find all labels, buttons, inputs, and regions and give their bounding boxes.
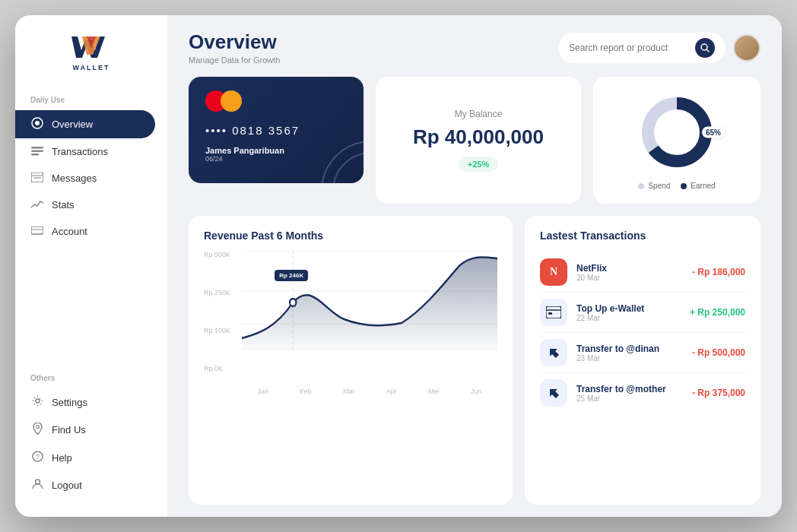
y-label-100k: Rp 100K [204, 327, 230, 334]
search-bar [558, 33, 726, 63]
transactions-title: Lastest Transactions [540, 230, 745, 242]
donut-percentage: 65% [702, 127, 725, 138]
overview-label: Overview [52, 119, 93, 130]
dinan-date: 23 Mar [576, 354, 683, 363]
spend-dot [638, 183, 644, 189]
svg-line-19 [707, 49, 709, 52]
y-label-250k: Rp 250K [204, 289, 230, 296]
transaction-item-topup: Top Up e-Wallet 22 Mar + Rp 250,000 [540, 293, 745, 333]
transactions-icon [30, 145, 44, 158]
bottom-section: Revenue Past 6 Months Rp 500K Rp 250K Rp… [189, 216, 760, 505]
mother-amount: - Rp 375,000 [692, 388, 745, 398]
main-area: Overview Manage Data for Growth [167, 15, 782, 517]
logo: WALLET [15, 33, 167, 71]
netflix-date: 20 Mar [576, 274, 683, 282]
avatar[interactable] [733, 34, 760, 62]
svg-rect-30 [546, 306, 561, 318]
search-button[interactable] [695, 38, 715, 58]
nav-logout[interactable]: Logout [15, 471, 155, 499]
legend-spend: Spend [638, 182, 670, 190]
svg-point-17 [35, 480, 40, 484]
avatar-image [735, 36, 759, 60]
overview-icon [30, 117, 44, 131]
donut-card: 65% Spend Earned [593, 77, 760, 204]
mc-yellow-circle [221, 90, 242, 112]
transactions-card: Lastest Transactions N NetFlix 20 Mar - … [525, 216, 760, 505]
page-subtitle: Manage Data for Growth [189, 55, 558, 65]
mother-icon [540, 379, 567, 407]
donut-legend: Spend Earned [638, 182, 715, 190]
netflix-name: NetFlix [576, 263, 683, 274]
dinan-icon [540, 339, 567, 366]
chart-title: Revenue Past 6 Months [204, 230, 497, 242]
svg-point-14 [36, 426, 39, 429]
nav-help[interactable]: ? Help [15, 444, 155, 471]
settings-label: Settings [52, 397, 87, 408]
nav-stats[interactable]: Stats [15, 192, 155, 218]
nav-transactions[interactable]: Transactions [15, 138, 155, 165]
nav-overview[interactable]: Overview [15, 110, 155, 138]
nav-settings[interactable]: Settings [15, 388, 155, 416]
content-area: •••• 0818 3567 James Pangaribuan 06/24 M… [167, 74, 782, 517]
topup-icon [540, 299, 567, 326]
chart-tooltip: Rp 246K [275, 270, 308, 281]
mastercard-logos [205, 90, 347, 112]
logout-icon [30, 478, 44, 492]
dinan-amount: - Rp 500,000 [692, 347, 745, 358]
x-label-jun: Jun [471, 388, 482, 395]
netflix-info: NetFlix 20 Mar [576, 263, 683, 282]
svg-point-29 [290, 299, 296, 306]
mother-date: 25 Mar [576, 394, 683, 403]
y-label-500k: Rp 500K [204, 251, 230, 258]
section-daily-label: Daily Use [15, 96, 167, 104]
sidebar: WALLET Daily Use Overview Transactions M… [15, 15, 167, 517]
header-title-block: Overview Manage Data for Growth [189, 30, 558, 65]
nav-messages[interactable]: Messages [15, 165, 155, 192]
mother-name: Transfer to @mother [576, 384, 683, 394]
x-label-mei: Mei [428, 388, 440, 395]
chart-area: Rp 500K Rp 250K Rp 100K Rp 0K [204, 251, 497, 395]
header: Overview Manage Data for Growth [167, 15, 782, 74]
balance-badge: +25% [459, 157, 498, 172]
help-icon: ? [30, 451, 44, 464]
app-container: WALLET Daily Use Overview Transactions M… [15, 15, 782, 517]
nav-account[interactable]: Account [15, 218, 155, 245]
svg-point-4 [35, 121, 40, 125]
svg-point-13 [36, 399, 40, 403]
messages-icon [30, 172, 44, 185]
x-label-apr: Apr [386, 388, 397, 395]
transaction-item-mother: Transfer to @mother 25 Mar - Rp 375,000 [540, 373, 745, 413]
credit-card: •••• 0818 3567 James Pangaribuan 06/24 [189, 77, 364, 183]
transactions-label: Transactions [52, 146, 108, 157]
svg-rect-11 [31, 226, 43, 234]
x-axis: Jan Feb Mar Apr Mei Jun [242, 388, 497, 395]
search-input[interactable] [569, 43, 689, 53]
logo-text: WALLET [73, 64, 110, 71]
topup-info: Top Up e-Wallet 22 Mar [576, 303, 681, 322]
nav-find-us[interactable]: Find Us [15, 416, 155, 444]
spend-label: Spend [648, 182, 670, 190]
dinan-name: Transfer to @dinan [576, 344, 683, 354]
earned-dot [681, 183, 687, 189]
find-us-icon [30, 423, 44, 437]
topup-amount: + Rp 250,000 [690, 307, 745, 318]
top-cards-row: •••• 0818 3567 James Pangaribuan 06/24 M… [189, 77, 760, 204]
svg-rect-7 [31, 154, 39, 156]
y-label-0k: Rp 0K [204, 365, 230, 372]
earned-label: Earned [691, 182, 715, 190]
find-us-label: Find Us [52, 424, 86, 435]
x-label-feb: Feb [300, 388, 312, 395]
svg-marker-33 [547, 346, 560, 359]
netflix-amount: - Rp 186,000 [692, 267, 745, 277]
stats-icon [30, 198, 44, 211]
svg-text:?: ? [35, 453, 39, 461]
transaction-item-dinan: Transfer to @dinan 23 Mar - Rp 500,000 [540, 333, 745, 373]
chart-card: Revenue Past 6 Months Rp 500K Rp 250K Rp… [189, 216, 513, 505]
help-label: Help [52, 452, 72, 464]
mother-info: Transfer to @mother 25 Mar [576, 384, 683, 403]
x-label-jan: Jan [258, 388, 269, 395]
y-axis: Rp 500K Rp 250K Rp 100K Rp 0K [204, 251, 230, 372]
netflix-icon: N [540, 258, 567, 286]
page-title: Overview [189, 30, 558, 54]
topup-date: 22 Mar [576, 314, 681, 322]
